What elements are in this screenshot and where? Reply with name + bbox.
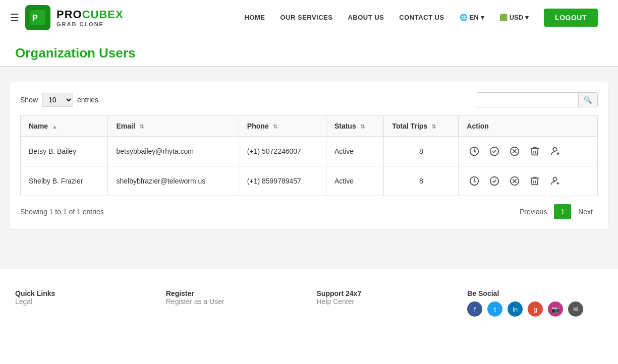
footer-link-legal[interactable]: Legal xyxy=(15,297,151,306)
col-email[interactable]: Email ⇅ xyxy=(108,116,239,137)
logo-text: PROCUBEX GRAB CLONE xyxy=(57,8,124,27)
language-label: EN xyxy=(470,14,479,21)
sort-trips-icon: ⇅ xyxy=(431,124,436,130)
search-box: 🔍 xyxy=(477,92,598,107)
previous-button[interactable]: Previous xyxy=(515,205,552,219)
sort-phone-icon: ⇅ xyxy=(273,124,277,130)
page-title-section: Organization Users xyxy=(0,35,618,67)
table-row: Betsy B. Bailey betsybbailey@rhyta.com (… xyxy=(21,137,598,166)
currency-label: USD xyxy=(510,14,523,21)
users-card: Show 10 25 50 100 entries 🔍 xyxy=(10,82,608,229)
entries-select[interactable]: 10 25 50 100 xyxy=(42,93,73,107)
users-table: Name ▲ Email ⇅ Phone ⇅ Status ⇅ xyxy=(20,115,598,196)
cell-phone-1: (+1) 8599789457 xyxy=(239,166,326,196)
col-phone[interactable]: Phone ⇅ xyxy=(239,116,326,137)
svg-text:P: P xyxy=(32,13,38,22)
col-action: Action xyxy=(459,116,598,137)
edit-user-icon-1[interactable] xyxy=(547,173,563,189)
reject-icon-0[interactable] xyxy=(507,144,522,159)
footer-link-help-center[interactable]: Help Center xyxy=(317,297,453,306)
sort-email-icon: ⇅ xyxy=(139,124,144,130)
showing-text: Showing 1 to 1 of 1 entries xyxy=(20,208,104,216)
email-icon[interactable]: ✉ xyxy=(568,301,583,317)
cell-status-0: Active xyxy=(326,137,384,166)
edit-user-icon-0[interactable] xyxy=(547,144,563,159)
twitter-icon[interactable]: t xyxy=(487,301,502,317)
instagram-icon[interactable]: 📷 xyxy=(548,301,563,317)
cell-status-1: Active xyxy=(326,166,384,196)
cell-name-1: Shelby B. Frazier xyxy=(21,166,108,196)
approve-icon-0[interactable] xyxy=(487,144,502,159)
sort-name-icon: ▲ xyxy=(52,124,58,130)
reject-icon-1[interactable] xyxy=(507,173,522,189)
cell-email-1: shelbybfrazier@teleworm.us xyxy=(108,166,239,196)
logo-icon: P xyxy=(25,5,50,30)
footer-link-register-user[interactable]: Register as a User xyxy=(166,297,302,306)
quick-links-title: Quick Links xyxy=(15,289,151,297)
logo-sub: GRAB CLONE xyxy=(57,21,124,27)
table-header: Name ▲ Email ⇅ Phone ⇅ Status ⇅ xyxy=(21,116,598,137)
cell-trips-1: 8 xyxy=(384,166,459,196)
cell-phone-0: (+1) 5072246007 xyxy=(239,137,326,166)
nav-about-us[interactable]: ABOUT US xyxy=(348,14,384,21)
main-content: Show 10 25 50 100 entries 🔍 xyxy=(0,67,618,269)
approve-icon-1[interactable] xyxy=(487,173,502,189)
facebook-icon[interactable]: f xyxy=(467,301,482,317)
svg-point-7 xyxy=(553,148,557,151)
cell-email-0: betsybbailey@rhyta.com xyxy=(108,137,239,166)
main-nav: HOME OUR SERVICES ABOUT US CONTACT US 🌐 … xyxy=(244,9,598,27)
footer-register: Register Register as a User xyxy=(166,289,302,317)
register-title: Register xyxy=(166,289,302,297)
social-icons-row: f t in g 📷 ✉ xyxy=(467,301,603,317)
header-left: ☰ P PROCUBEX GRAB CLONE xyxy=(10,5,124,30)
next-button[interactable]: Next xyxy=(573,205,598,219)
search-input[interactable] xyxy=(477,93,578,107)
support-title: Support 24x7 xyxy=(317,289,453,297)
footer-grid: Quick Links Legal Register Register as a… xyxy=(15,289,603,317)
nav-contact-us[interactable]: CONTACT US xyxy=(399,14,444,21)
linkedin-icon[interactable]: in xyxy=(508,301,523,317)
footer-social: Be Social f t in g 📷 ✉ xyxy=(467,289,603,317)
svg-point-11 xyxy=(490,177,499,186)
footer: Quick Links Legal Register Register as a… xyxy=(0,269,618,327)
history-icon-1[interactable] xyxy=(467,173,482,189)
show-label: Show xyxy=(20,96,38,104)
nav-home[interactable]: HOME xyxy=(244,14,265,21)
currency-selector[interactable]: 🟩 USD ▾ xyxy=(499,14,529,21)
currency-chevron-icon: ▾ xyxy=(525,14,529,21)
footer-support: Support 24x7 Help Center xyxy=(317,289,453,317)
svg-point-15 xyxy=(553,177,557,181)
entries-label: entries xyxy=(77,96,98,104)
pagination-section: Showing 1 to 1 of 1 entries Previous 1 N… xyxy=(20,204,598,219)
col-status[interactable]: Status ⇅ xyxy=(326,116,384,137)
cell-name-0: Betsy B. Bailey xyxy=(21,137,108,166)
table-row: Shelby B. Frazier shelbybfrazier@telewor… xyxy=(21,166,598,196)
search-button[interactable]: 🔍 xyxy=(578,93,597,107)
show-entries: Show 10 25 50 100 entries xyxy=(20,93,98,107)
logo-brand: PROCUBEX xyxy=(57,8,124,21)
language-chevron-icon: ▾ xyxy=(481,14,484,21)
svg-point-3 xyxy=(490,147,499,156)
hamburger-menu[interactable]: ☰ xyxy=(10,12,19,24)
page-title: Organization Users xyxy=(15,45,603,61)
search-icon: 🔍 xyxy=(584,96,592,104)
col-name[interactable]: Name ▲ xyxy=(21,116,108,137)
pagination-controls: Previous 1 Next xyxy=(515,204,598,219)
cell-trips-0: 8 xyxy=(384,137,459,166)
nav-our-services[interactable]: OUR SERVICES xyxy=(280,14,332,21)
cell-action-0 xyxy=(459,137,598,166)
delete-icon-1[interactable] xyxy=(527,173,542,189)
header: ☰ P PROCUBEX GRAB CLONE HOME OUR SERVICE… xyxy=(0,0,618,35)
col-total-trips[interactable]: Total Trips ⇅ xyxy=(384,116,459,137)
google-icon[interactable]: g xyxy=(528,301,543,317)
delete-icon-0[interactable] xyxy=(527,144,542,159)
language-selector[interactable]: 🌐 EN ▾ xyxy=(460,14,484,21)
social-title: Be Social xyxy=(467,289,603,297)
page-1-button[interactable]: 1 xyxy=(554,204,571,219)
sort-status-icon: ⇅ xyxy=(360,124,365,130)
logout-button[interactable]: LOGOUT xyxy=(544,9,598,27)
history-icon-0[interactable] xyxy=(467,144,482,159)
table-body: Betsy B. Bailey betsybbailey@rhyta.com (… xyxy=(21,137,598,196)
footer-quick-links: Quick Links Legal xyxy=(15,289,151,317)
table-controls: Show 10 25 50 100 entries 🔍 xyxy=(20,92,598,107)
